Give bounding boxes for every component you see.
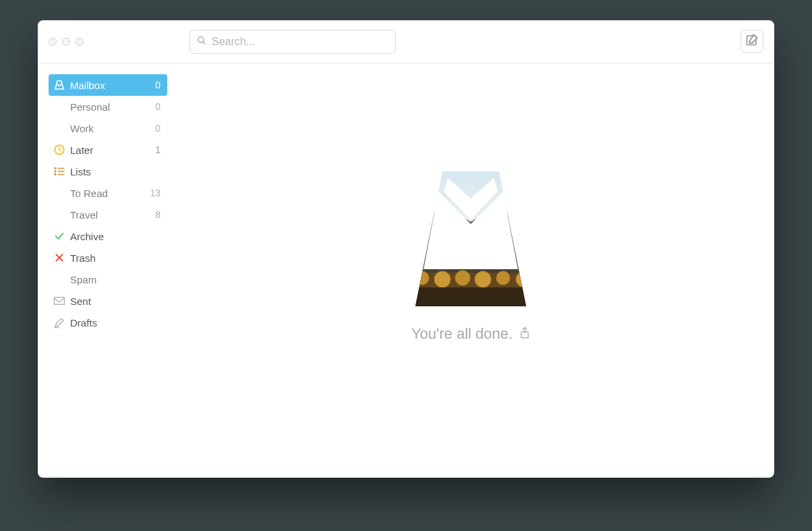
done-text: You're all done. [411, 325, 513, 343]
svg-point-4 [55, 168, 56, 169]
sidebar-item-count: 0 [155, 101, 161, 112]
compose-icon [745, 33, 759, 49]
search-field[interactable] [190, 30, 396, 54]
sidebar-item-archive[interactable]: Archive [49, 225, 167, 247]
sidebar-item-count: 13 [150, 188, 161, 198]
trash-icon [53, 252, 66, 263]
sidebar-item-label: Personal [70, 101, 155, 113]
drafts-icon [53, 316, 66, 329]
sidebar-item-label: Drafts [70, 317, 161, 329]
compose-button[interactable] [741, 30, 763, 53]
svg-line-1 [203, 42, 206, 45]
mailbox-icon [53, 80, 66, 90]
sent-icon [53, 296, 66, 306]
mailbox-logo-icon [395, 171, 546, 306]
later-icon [53, 144, 66, 156]
content-pane: You're all done. [167, 63, 774, 478]
sidebar-item-mailbox[interactable]: Mailbox 0 [49, 74, 167, 96]
svg-point-0 [198, 37, 204, 43]
empty-state-message: You're all done. [411, 325, 530, 343]
sidebar-item-label: To Read [70, 188, 150, 199]
window-controls [49, 38, 84, 46]
sidebar-item-count: 8 [155, 209, 161, 220]
sidebar-item-later[interactable]: Later 1 [49, 139, 167, 161]
sidebar-item-count: 1 [155, 144, 161, 155]
sidebar-item-label: Work [70, 123, 155, 134]
sidebar-item-lists[interactable]: Lists [49, 161, 167, 182]
sidebar-item-label: Archive [70, 231, 161, 242]
minimize-window-button[interactable] [62, 38, 70, 46]
svg-rect-12 [55, 298, 65, 305]
share-icon [519, 327, 530, 339]
sidebar-item-label: Trash [70, 252, 161, 264]
sidebar-item-label: Spam [70, 274, 161, 285]
sidebar-item-travel[interactable]: Travel 8 [49, 204, 167, 225]
svg-point-8 [55, 174, 56, 175]
archive-icon [53, 231, 66, 242]
sidebar-item-work[interactable]: Work 0 [49, 117, 167, 139]
sidebar-item-label: Sent [70, 296, 161, 307]
sidebar-item-personal[interactable]: Personal 0 [49, 96, 167, 117]
zoom-window-button[interactable] [76, 38, 84, 46]
sidebar-item-sent[interactable]: Sent [49, 290, 167, 312]
svg-point-21 [516, 272, 531, 287]
app-window: Mailbox 0 Personal 0 Work 0 Later [38, 20, 774, 478]
sidebar: Mailbox 0 Personal 0 Work 0 Later [38, 63, 167, 478]
share-button[interactable] [519, 325, 530, 343]
sidebar-item-count: 0 [155, 123, 161, 134]
sidebar-item-spam[interactable]: Spam [49, 269, 167, 290]
toolbar [38, 20, 774, 63]
search-icon [197, 36, 206, 48]
empty-state-logo [395, 171, 546, 306]
sidebar-item-label: Mailbox [70, 80, 155, 91]
sidebar-item-drafts[interactable]: Drafts [49, 312, 167, 333]
sidebar-item-toread[interactable]: To Read 13 [49, 182, 167, 204]
sidebar-item-count: 0 [155, 80, 161, 90]
sidebar-item-label: Later [70, 144, 155, 156]
search-input[interactable] [212, 36, 388, 48]
app-body: Mailbox 0 Personal 0 Work 0 Later [38, 63, 774, 478]
close-window-button[interactable] [49, 38, 57, 46]
lists-icon [53, 166, 66, 177]
svg-point-6 [55, 171, 56, 172]
sidebar-item-label: Travel [70, 209, 155, 221]
sidebar-item-label: Lists [70, 166, 161, 177]
sidebar-item-trash[interactable]: Trash [49, 247, 167, 269]
